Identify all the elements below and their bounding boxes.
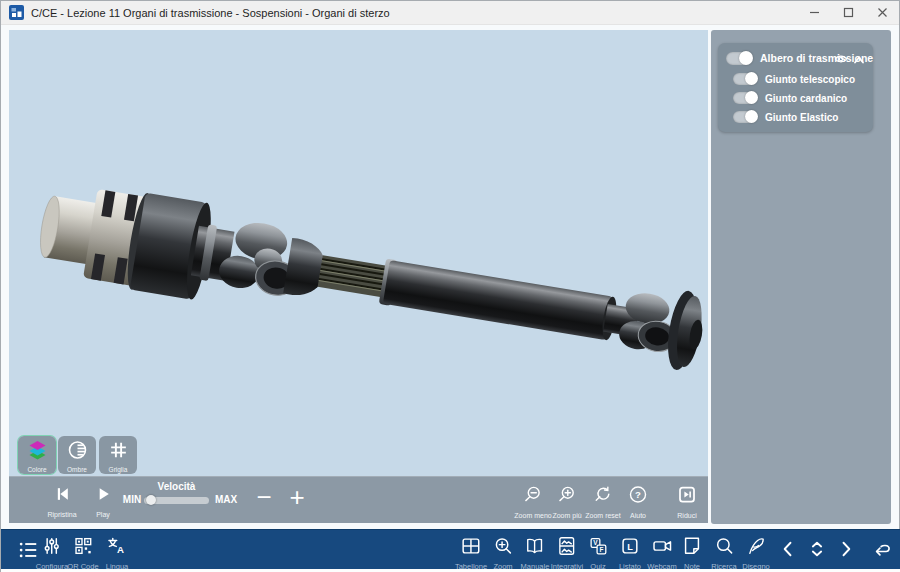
- restart-button-label: Ripristina: [47, 511, 76, 518]
- note-button[interactable]: Note: [681, 535, 703, 571]
- quiz-vf-icon: V F: [587, 535, 609, 561]
- table-grid-icon: [460, 535, 482, 561]
- shadow-sphere-icon: [67, 439, 88, 465]
- zoom-out-button[interactable]: Zoom meno: [514, 484, 551, 519]
- zoom-out-label: Zoom meno: [514, 512, 551, 519]
- maximize-icon[interactable]: [831, 1, 865, 24]
- color-layers-icon: [27, 439, 48, 465]
- collapse-right-icon: [677, 484, 698, 509]
- speed-title: Velocità: [144, 481, 209, 492]
- eye-icon[interactable]: [834, 51, 848, 69]
- zoom-reset-button[interactable]: Zoom reset: [585, 484, 620, 519]
- stacked-images-icon: [556, 535, 578, 561]
- tabellone-button[interactable]: Tabellone: [455, 535, 487, 571]
- app-window: C/CE - Lezione 11 Organi di trasmissione…: [0, 0, 900, 572]
- zoom-reset-label: Zoom reset: [585, 512, 620, 519]
- skip-start-icon: [52, 484, 72, 508]
- shadows-button[interactable]: Ombre: [58, 436, 96, 474]
- speed-min-label: MIN: [123, 494, 141, 505]
- chevron-up-down-icon[interactable]: [807, 539, 827, 563]
- qr-code-icon: [72, 535, 94, 561]
- grid-button-label: Griglia: [109, 466, 128, 473]
- layers-panel: Albero di trasmissione Giunto telescop: [718, 43, 873, 132]
- minimize-icon[interactable]: [797, 1, 831, 24]
- svg-text:L: L: [627, 542, 633, 552]
- zoom-button[interactable]: Zoom: [492, 535, 514, 571]
- speed-max-label: MAX: [215, 494, 237, 505]
- manuale-button[interactable]: Manuale: [521, 535, 550, 571]
- zoom-in-icon: [557, 484, 578, 509]
- pen-icon: [745, 535, 767, 561]
- zoom-in-button[interactable]: Zoom più: [552, 484, 581, 519]
- svg-text:F: F: [600, 546, 604, 553]
- chevron-left-icon[interactable]: [778, 539, 798, 563]
- play-icon: [93, 484, 113, 508]
- magnifier-plus-icon: [492, 535, 514, 561]
- open-book-icon: [524, 535, 546, 561]
- help-button[interactable]: ? Aiuto: [628, 484, 649, 519]
- translate-icon: A: [106, 535, 128, 561]
- search-icon: [713, 535, 735, 561]
- reduce-button[interactable]: Riduci: [677, 484, 698, 519]
- layer-label: Giunto Elastico: [765, 112, 838, 123]
- note-page-icon: [681, 535, 703, 561]
- giunto-cardanico-toggle[interactable]: [733, 92, 757, 104]
- close-icon[interactable]: [865, 1, 899, 24]
- chevron-right-icon[interactable]: [836, 539, 856, 563]
- play-button-label: Play: [96, 511, 110, 518]
- listato-button[interactable]: L Listato: [619, 535, 641, 571]
- layer-row-giunto-cardanico: Giunto cardanico: [733, 91, 847, 105]
- svg-text:?: ?: [635, 489, 641, 500]
- speed-slider-knob[interactable]: [146, 495, 156, 505]
- parts-panel: Albero di trasmissione Giunto telescop: [711, 30, 891, 524]
- play-button[interactable]: Play: [93, 484, 113, 518]
- app-icon: [9, 5, 24, 20]
- giunto-telescopico-toggle[interactable]: [733, 73, 757, 85]
- webcam-button[interactable]: Webcam: [647, 535, 676, 571]
- chevron-up-icon[interactable]: [853, 51, 865, 69]
- layer-label: Giunto telescopico: [765, 74, 855, 85]
- reduce-label: Riduci: [677, 512, 696, 519]
- sliders-icon: [41, 535, 63, 561]
- webcam-icon: [651, 535, 673, 561]
- 3d-viewport[interactable]: Colore Ombre Griglia: [9, 30, 708, 476]
- quiz-button[interactable]: V F Quiz: [587, 535, 609, 571]
- disegno-button[interactable]: Disegno: [742, 535, 770, 571]
- svg-text:A: A: [117, 544, 124, 555]
- speed-slider[interactable]: [144, 497, 209, 504]
- bottom-toolbar: Configura QR Code A Lingua: [1, 529, 900, 569]
- help-icon: ?: [628, 484, 649, 509]
- speed-increase-button[interactable]: +: [289, 478, 304, 516]
- ricerca-button[interactable]: Ricerca: [711, 535, 736, 571]
- titlebar: C/CE - Lezione 11 Organi di trasmissione…: [1, 1, 899, 25]
- window-controls: [797, 1, 899, 24]
- zoom-out-icon: [522, 484, 543, 509]
- integrativi-button[interactable]: Integrativi: [551, 535, 584, 571]
- playback-toolbar: Ripristina Play MIN Velocità MAX − + Zoo…: [9, 476, 708, 523]
- restart-button[interactable]: Ripristina: [47, 484, 76, 518]
- shadows-button-label: Ombre: [67, 466, 87, 473]
- layer-label: Giunto cardanico: [765, 93, 847, 104]
- configura-button[interactable]: Configura: [36, 535, 69, 571]
- albero-di-trasmissione-toggle[interactable]: [726, 52, 752, 65]
- giunto-elastico-toggle[interactable]: [733, 111, 757, 123]
- layer-row-giunto-telescopico: Giunto telescopico: [733, 72, 855, 86]
- lingua-button[interactable]: A Lingua: [106, 535, 129, 571]
- help-label: Aiuto: [630, 512, 646, 519]
- layer-row-giunto-elastico: Giunto Elastico: [733, 110, 838, 124]
- grid-button[interactable]: Griglia: [99, 436, 137, 474]
- color-button-label: Colore: [27, 466, 46, 473]
- zoom-in-label: Zoom più: [552, 512, 581, 519]
- grid-hash-icon: [108, 439, 129, 465]
- qr-code-button[interactable]: QR Code: [67, 535, 98, 571]
- layer-row-albero-di-trasmissione: Albero di trasmissione: [726, 51, 865, 65]
- listing-l-icon: L: [619, 535, 641, 561]
- window-title: C/CE - Lezione 11 Organi di trasmissione…: [31, 7, 390, 19]
- driveshaft-3d-model: [9, 30, 708, 476]
- return-arrow-icon[interactable]: [870, 539, 894, 563]
- speed-decrease-button[interactable]: −: [256, 478, 271, 516]
- zoom-reset-icon: [593, 484, 614, 509]
- color-button[interactable]: Colore: [18, 436, 56, 474]
